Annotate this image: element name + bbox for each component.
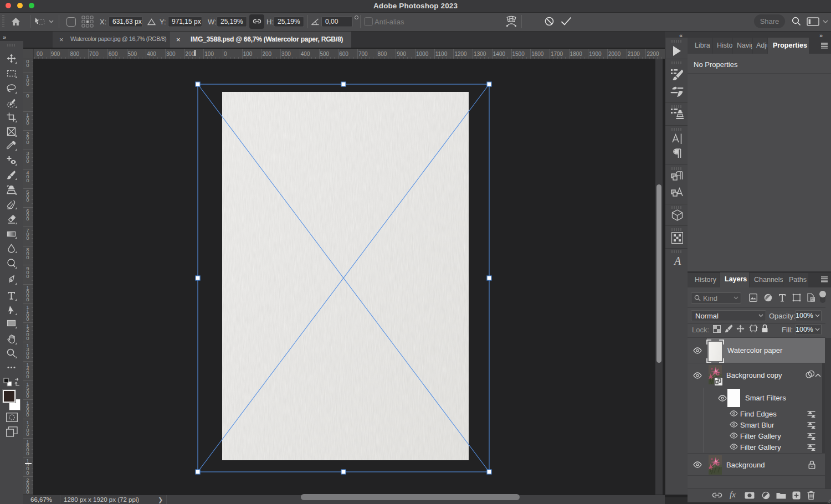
- svg-text:A: A: [673, 255, 681, 267]
